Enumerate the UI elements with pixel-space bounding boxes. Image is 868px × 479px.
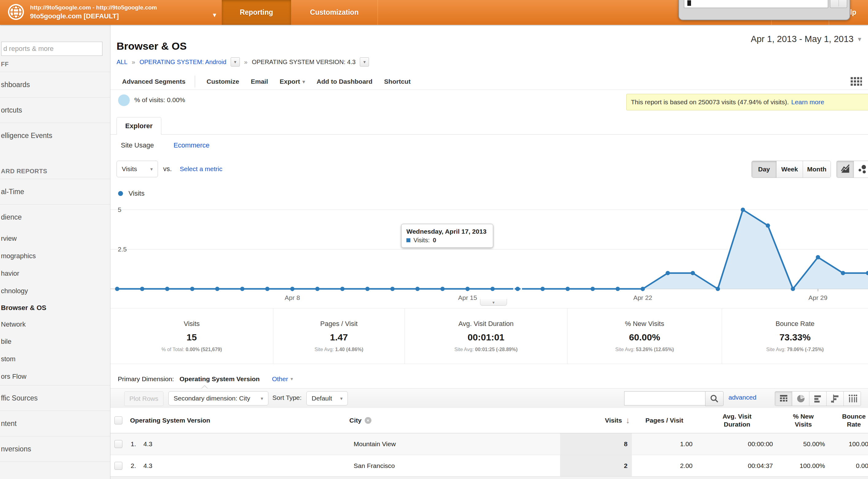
date-range-selector[interactable]: Apr 1, 2013 - May 1, 2013 ▾	[751, 34, 861, 44]
account-selector[interactable]: http://9to5google.com - http://9to5googl…	[7, 3, 157, 21]
granularity-day-button[interactable]: Day	[752, 161, 776, 178]
toolbar-add-to-dashboard-button[interactable]: Add to Dashboard	[316, 78, 372, 85]
line-chart-icon[interactable]	[837, 161, 854, 178]
data-point	[741, 207, 745, 212]
column-header-city[interactable]: City×	[346, 416, 560, 424]
breadcrumb-dropdown-button[interactable]: ▾	[231, 57, 240, 67]
sidebar-item-stom[interactable]: stom	[0, 350, 110, 368]
row-checkbox[interactable]	[115, 440, 122, 448]
column-header-visits[interactable]: Visits↓	[560, 416, 632, 424]
row-checkbox[interactable]	[115, 462, 122, 470]
sidebar-item-mographics[interactable]: mographics	[0, 247, 110, 265]
metric-sub-text: Site Avg: 79.06% (-7.25%)	[766, 347, 824, 352]
tab-customization[interactable]: Customization	[291, 0, 378, 25]
account-property-url: http://9to5google.com - http://9to5googl…	[30, 3, 157, 12]
granularity-week-button[interactable]: Week	[776, 161, 803, 178]
granularity-toggle: DayWeekMonth	[751, 161, 831, 178]
advanced-search-link[interactable]: advanced	[728, 394, 756, 401]
select-a-metric-link[interactable]: Select a metric	[180, 165, 222, 173]
toolbar-advanced-segments-button[interactable]: Advanced Segments	[122, 78, 186, 85]
sidebar-item-ntent[interactable]: ntent	[0, 411, 110, 436]
sidebar-item-chnology[interactable]: chnology	[0, 282, 110, 299]
column-header-label: Operating System Version	[130, 416, 210, 424]
cell-visits: 2	[560, 455, 632, 477]
data-point	[641, 287, 645, 291]
account-labels: http://9to5google.com - http://9to5googl…	[30, 3, 157, 21]
find-text-caret	[687, 0, 691, 6]
granularity-month-button[interactable]: Month	[803, 161, 831, 178]
view-pivot-icon[interactable]	[843, 392, 861, 406]
sort-type-dropdown[interactable]: Default ▾	[306, 391, 348, 406]
tab-explorer[interactable]: Explorer	[117, 117, 161, 135]
metric-selector-dropdown[interactable]: Visits ▾	[117, 161, 158, 177]
learn-more-link[interactable]: Learn more	[791, 98, 824, 106]
select-all-checkbox[interactable]	[115, 416, 122, 424]
find-reports-search-input[interactable]	[1, 42, 102, 56]
sidebar-item-shboards[interactable]: shboards	[0, 72, 110, 97]
metric-visits: Visits15% of Total: 0.00% (521,679)	[111, 309, 273, 364]
toolbar-shortcut-button[interactable]: Shortcut	[384, 78, 410, 85]
toolbar-customize-button[interactable]: Customize	[207, 78, 239, 85]
column-header-label: % NewVisits	[777, 412, 829, 428]
sampling-notice: This report is based on 250073 visits (4…	[626, 94, 868, 110]
plot-rows-button[interactable]: Plot Rows	[124, 391, 163, 406]
sidebar-item-rview[interactable]: rview	[0, 230, 110, 247]
metric-label: Avg. Visit Duration	[458, 320, 514, 328]
column-header-bounce-rate[interactable]: BounceRate	[829, 412, 868, 428]
sidebar-item-network[interactable]: Network	[0, 316, 110, 333]
sidebar-item-nversions[interactable]: nversions	[0, 436, 110, 462]
toolbar-export-button[interactable]: Export▾	[280, 78, 305, 85]
column-header--new-visits[interactable]: % NewVisits	[777, 412, 829, 428]
primary-dimension-current[interactable]: Operating System Version	[179, 375, 259, 383]
subtab-site-usage[interactable]: Site Usage	[121, 141, 154, 149]
tooltip-series-label: Visits:	[413, 236, 430, 245]
percent-of-visits-label: % of visits: 0.00%	[134, 96, 185, 104]
sidebar-item-ors-flow[interactable]: ors Flow	[0, 368, 110, 385]
breadcrumb-dropdown-button[interactable]: ▾	[360, 57, 369, 67]
sidebar-item-elligence-events[interactable]: elligence Events	[0, 123, 110, 148]
remove-secondary-dimension-icon[interactable]: ×	[365, 417, 371, 424]
data-point	[716, 287, 720, 291]
sidebar-item-ortcuts[interactable]: ortcuts	[0, 97, 110, 123]
view-table-icon[interactable]	[775, 392, 792, 406]
table-search-button[interactable]	[705, 391, 723, 406]
pull-tab-caret-down-icon: ▾	[492, 300, 494, 305]
motion-chart-icon[interactable]	[854, 161, 868, 178]
account-caret-down-icon[interactable]: ▾	[213, 11, 216, 19]
sidebar-item-al-time[interactable]: al-Time	[0, 179, 110, 204]
sidebar-item-browser-os[interactable]: Browser & OS	[0, 299, 110, 316]
chart-options-pull-tab[interactable]: ▾	[480, 299, 507, 306]
tab-reporting[interactable]: Reporting	[222, 0, 291, 25]
column-header-avg-visit-duration[interactable]: Avg. VisitDuration	[697, 412, 777, 428]
view-comparison-icon[interactable]	[826, 392, 843, 406]
sidebar-item-ffic-sources[interactable]: ffic Sources	[0, 385, 110, 411]
toolbar-email-button[interactable]: Email	[251, 78, 268, 85]
primary-dimension-row: Primary Dimension: Operating System Vers…	[111, 370, 868, 388]
column-header-operating-system-version[interactable]: Operating System Version	[126, 416, 346, 424]
breadcrumb-separator: »	[132, 59, 135, 66]
breadcrumb-item-1[interactable]: OPERATING SYSTEM: Android	[140, 59, 226, 66]
view-percentage-icon[interactable]	[792, 392, 809, 406]
breadcrumb-item-2: OPERATING SYSTEM VERSION: 4.3	[252, 59, 356, 66]
vs-label: vs.	[163, 165, 172, 173]
visits-line-chart[interactable]: 2.55Apr 8Apr 15Apr 22Apr 29	[111, 201, 868, 308]
subtab-ecommerce[interactable]: Ecommerce	[174, 141, 210, 149]
primary-dimension-other-link[interactable]: Other	[272, 375, 288, 383]
view-performance-icon[interactable]	[809, 392, 826, 406]
breadcrumb-item-0[interactable]: ALL	[117, 59, 128, 66]
data-point	[440, 287, 445, 291]
table-search-input[interactable]	[624, 391, 706, 406]
sidebar-item-bile[interactable]: bile	[0, 333, 110, 350]
row-checkbox-cell	[111, 462, 126, 470]
secondary-dimension-dropdown[interactable]: Secondary dimension: City ▾	[168, 391, 268, 406]
sidebar-item-havior[interactable]: havior	[0, 265, 110, 282]
find-input[interactable]	[684, 0, 828, 8]
find-prev-next-buttons[interactable]	[830, 0, 847, 8]
shortcuts-grid-icon[interactable]	[849, 76, 863, 89]
sort-desc-arrow-icon[interactable]: ↓	[626, 416, 630, 424]
column-header-pages-visit[interactable]: Pages / Visit	[632, 416, 697, 424]
sidebar-item-dience[interactable]: dience	[0, 204, 110, 230]
data-point	[165, 287, 169, 291]
tooltip-series-square-icon	[406, 238, 410, 242]
metric-selector-value: Visits	[122, 165, 137, 173]
